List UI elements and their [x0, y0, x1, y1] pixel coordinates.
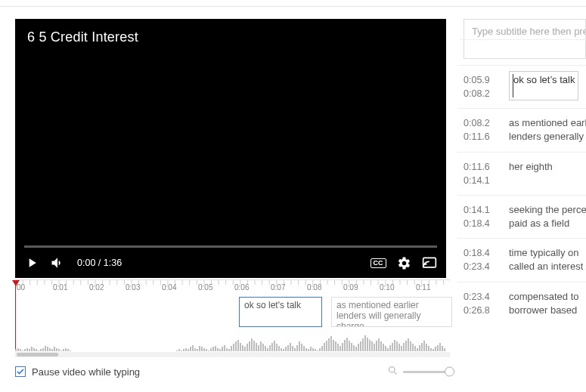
subtitle-row[interactable]: 0:08.20:11.6as mentioned earlierlenders … [457, 108, 586, 151]
zoom-slider-track[interactable] [403, 371, 450, 373]
ruler-tick: 0:07 [269, 283, 305, 292]
video-player[interactable]: 6 5 Credit Interest 0:00 / 1:36 CC [15, 19, 446, 278]
zoom-slider-knob[interactable] [445, 367, 454, 377]
ruler-tick: 0:04 [160, 283, 197, 292]
subtitle-text: time typically oncalled an interest [509, 246, 583, 273]
ruler-tick: 0:01 [51, 283, 88, 292]
timeline-scrollbar[interactable] [15, 352, 450, 357]
timeline-caption-active[interactable]: ok so let's talk [239, 297, 322, 327]
ruler-tick: 0:06 [233, 283, 269, 292]
ruler-tick: 0:05 [197, 283, 233, 292]
duration: 1:36 [104, 258, 122, 268]
subtitle-text-input[interactable]: ok so let’s talk [509, 71, 578, 100]
caption-handle-right[interactable] [321, 298, 322, 326]
cast-icon[interactable] [422, 255, 437, 270]
play-icon[interactable] [24, 255, 39, 270]
zoom-control[interactable] [387, 365, 450, 378]
audio-waveform [15, 333, 450, 351]
ruler-tick: 0:09 [342, 283, 378, 292]
subtitle-row[interactable]: 0:14.10:18.4seeking the percentage ispai… [457, 195, 586, 238]
ruler-tick: 0:10 [378, 283, 414, 292]
subtitle-text: as mentioned earlierlenders generally ch… [509, 116, 586, 144]
subtitle-times: 0:14.10:18.4 [464, 203, 497, 230]
video-controls: 0:00 / 1:36 CC [15, 248, 446, 278]
subtitle-text: compensated toborrower based [509, 290, 579, 317]
volume-icon[interactable] [50, 255, 65, 270]
timeline-caption-next[interactable]: as mentioned earlier lenders will genera… [331, 297, 452, 327]
pause-while-typing-checkbox[interactable] [15, 366, 26, 377]
subtitle-text: her eighth [509, 160, 553, 187]
svg-point-1 [389, 367, 395, 373]
captions-icon[interactable]: CC [371, 255, 386, 270]
subtitle-text: seeking the percentage ispaid as a field [509, 203, 586, 230]
ruler-tick: 0:03 [124, 283, 160, 292]
subtitle-row[interactable]: 0:23.40:26.8compensated toborrower based [457, 282, 586, 325]
timeline-caption-text: ok so let's talk [244, 300, 301, 310]
timeline-caption-text-next: as mentioned earlier lenders will genera… [336, 300, 420, 327]
subtitle-row[interactable]: 0:18.40:23.4time typically oncalled an i… [457, 238, 586, 281]
video-title: 6 5 Credit Interest [27, 29, 138, 45]
subtitle-times: 0:23.40:26.8 [464, 290, 497, 317]
subtitle-row[interactable]: 0:05.90:08.2ok so let’s talk [457, 65, 586, 108]
timeline-scrollbar-thumb[interactable] [17, 353, 58, 357]
subtitle-times: 0:11.60:14.1 [464, 160, 497, 187]
subtitle-times: 0:05.90:08.2 [464, 73, 497, 100]
settings-gear-icon[interactable] [396, 255, 411, 270]
caption-timeline[interactable]: 000:010:020:030:040:050:060:070:080:090:… [15, 279, 450, 357]
caption-handle-left[interactable] [239, 298, 240, 326]
ruler-tick: 0:08 [305, 283, 342, 292]
current-time: 0:00 [77, 258, 95, 268]
pause-while-typing-label: Pause video while typing [32, 366, 140, 378]
zoom-icon [387, 365, 398, 378]
ruler-tick: 0:02 [88, 283, 124, 292]
subtitle-times: 0:08.20:11.6 [464, 116, 497, 144]
subtitle-row[interactable]: 0:11.60:14.1her eighth [457, 152, 586, 195]
subtitle-times: 0:18.40:23.4 [464, 246, 497, 273]
ruler-tick: 0:11 [414, 283, 451, 292]
timeline-ruler[interactable]: 000:010:020:030:040:050:060:070:080:090:… [15, 280, 450, 295]
time-display: 0:00 / 1:36 [77, 258, 122, 268]
